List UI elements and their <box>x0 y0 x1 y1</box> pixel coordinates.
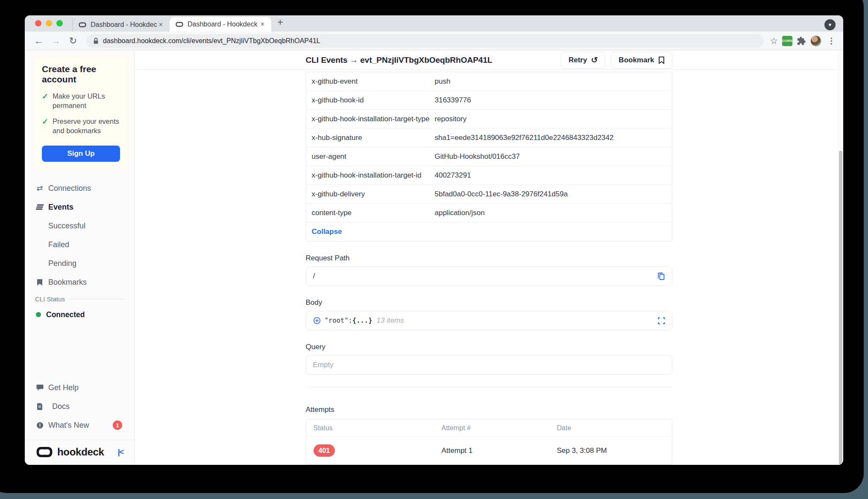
page-header: CLI Events → evt_PNzjIiVTbgXbOeqbRhOAP41… <box>135 51 843 70</box>
expand-node-icon[interactable] <box>313 317 321 324</box>
header-key: x-github-event <box>312 77 435 86</box>
check-icon: ✓ <box>42 117 48 136</box>
close-window-button[interactable] <box>35 20 41 26</box>
hookdeck-logo-icon <box>36 446 53 458</box>
header-key: x-github-hook-id <box>312 96 435 105</box>
tab-dashboard-1[interactable]: Dashboard - Hookdeck × <box>72 18 170 32</box>
hookdeck-favicon-icon <box>79 22 86 28</box>
body-box: "root" : {...} 13 items <box>306 311 672 330</box>
attempts-label: Attempts <box>306 406 672 414</box>
body-collapsed-braces[interactable]: {...} <box>352 317 372 324</box>
browser-toolbar: ← → ↻ dashboard.hookdeck.com/cli/events/… <box>25 32 843 50</box>
collapse-sidebar-icon[interactable]: |< <box>118 447 123 457</box>
retry-button[interactable]: Retry ↺ <box>561 52 605 69</box>
tab-dashboard-2[interactable]: Dashboard - Hookdeck × <box>170 17 271 32</box>
reload-icon[interactable]: ↻ <box>66 34 80 48</box>
column-status: Status <box>314 424 442 432</box>
header-actions: Retry ↺ Bookmark <box>561 52 672 69</box>
traffic-lights <box>25 20 72 32</box>
status-badge: 401 <box>314 444 335 457</box>
body-root-key[interactable]: "root" <box>325 317 349 324</box>
table-row: x-github-hook-installation-target-type r… <box>306 110 672 128</box>
tab-search-button[interactable]: ▼ <box>824 19 836 30</box>
minimize-window-button[interactable] <box>46 20 52 26</box>
header-value: sha1=eede314189063e92f76211d0e2246843323… <box>435 134 672 142</box>
page-title: CLI Events → evt_PNzjIiVTbgXbOeqbRhOAP41… <box>306 55 493 65</box>
sidebar-item-bookmarks[interactable]: Bookmarks <box>25 273 134 292</box>
forward-icon[interactable]: → <box>49 34 63 48</box>
app-root: Create a free account ✓ Make your URLs p… <box>25 51 843 465</box>
extensions-puzzle-icon[interactable] <box>797 36 806 46</box>
new-tab-button[interactable]: + <box>271 16 289 32</box>
hookdeck-logo-text: hookdeck <box>57 446 104 458</box>
table-row: user-agent GitHub-Hookshot/016cc37 <box>306 147 672 166</box>
toolbar-actions: ☆ CORS ⋮ <box>770 35 837 47</box>
connections-icon: ⇄ <box>35 184 44 193</box>
sidebar-item-label: Failed <box>48 240 69 249</box>
main-content: CLI Events → evt_PNzjIiVTbgXbOeqbRhOAP41… <box>135 51 843 465</box>
request-headers-table: x-github-event push x-github-hook-id 316… <box>306 72 672 242</box>
notification-badge: 1 <box>113 420 122 430</box>
divider <box>69 299 125 299</box>
attempt-row[interactable]: 401 Attempt 1 Sep 3, 3:08 PM <box>306 437 672 464</box>
sign-up-button[interactable]: Sign Up <box>42 146 120 162</box>
cors-extension-icon[interactable]: CORS <box>782 36 792 46</box>
browser-menu-icon[interactable]: ⋮ <box>826 36 837 46</box>
table-row: x-github-delivery 5bfad0a0-0cc0-11ec-9a3… <box>306 185 672 204</box>
address-bar[interactable]: dashboard.hookdeck.com/cli/events/evt_PN… <box>86 34 764 48</box>
sidebar-item-pending[interactable]: Pending <box>25 254 134 273</box>
query-box: Empty <box>306 355 672 375</box>
sidebar-item-failed[interactable]: Failed <box>25 235 134 254</box>
header-key: x-github-delivery <box>312 190 435 198</box>
events-icon <box>35 204 44 210</box>
scrollbar-thumb[interactable] <box>839 151 842 465</box>
retry-icon: ↺ <box>591 55 598 65</box>
hookdeck-favicon-icon <box>176 21 183 27</box>
document-icon <box>35 403 44 410</box>
sidebar-item-events[interactable]: Events <box>25 198 134 216</box>
sidebar-item-label: What's New <box>48 421 89 430</box>
header-value: repository <box>435 115 672 123</box>
check-icon: ✓ <box>42 91 48 111</box>
sidebar-footer: hookdeck |< <box>25 440 134 465</box>
signup-card: Create a free account ✓ Make your URLs p… <box>34 55 128 169</box>
benefit-text: Make your URLs permanent <box>53 91 120 111</box>
tab-close-icon[interactable]: × <box>157 20 164 29</box>
query-empty-placeholder: Empty <box>313 361 334 369</box>
bookmark-star-icon[interactable]: ☆ <box>770 36 778 46</box>
sidebar-item-whats-new[interactable]: What's New 1 <box>25 416 134 435</box>
fullscreen-expand-icon[interactable] <box>658 317 665 324</box>
bookmark-button[interactable]: Bookmark <box>611 52 672 69</box>
sidebar-item-connections[interactable]: ⇄ Connections <box>25 179 134 198</box>
sidebar-item-get-help[interactable]: Get Help <box>25 378 134 397</box>
zoom-window-button[interactable] <box>56 20 63 26</box>
header-value: application/json <box>435 209 672 217</box>
table-row: x-github-hook-installation-target-id 400… <box>306 166 672 185</box>
table-row: content-type application/json <box>306 204 672 222</box>
attempt-number: Attempt 1 <box>442 446 557 455</box>
browser-window: Dashboard - Hookdeck × Dashboard - Hookd… <box>25 15 843 465</box>
lock-icon <box>93 38 99 44</box>
sidebar-item-label: Pending <box>48 259 76 268</box>
copy-icon[interactable] <box>657 272 665 280</box>
retry-label: Retry <box>569 56 587 64</box>
connected-status-label: Connected <box>46 310 85 319</box>
page-scrollbar[interactable] <box>838 51 843 465</box>
back-icon[interactable]: ← <box>32 34 46 48</box>
bookmark-label: Bookmark <box>619 56 654 64</box>
chat-bubble-icon <box>35 384 44 391</box>
profile-avatar[interactable] <box>810 35 821 47</box>
header-value: 400273291 <box>435 171 672 180</box>
request-path-value: / <box>313 272 315 280</box>
event-detail: x-github-event push x-github-hook-id 316… <box>306 72 672 465</box>
sidebar-item-label: Events <box>48 203 73 212</box>
query-label: Query <box>306 343 672 351</box>
tab-close-icon[interactable]: × <box>259 20 266 29</box>
sidebar-item-successful[interactable]: Successful <box>25 216 134 235</box>
sidebar-spacer <box>25 323 134 378</box>
column-attempt: Attempt # <box>442 424 557 432</box>
tab-strip: Dashboard - Hookdeck × Dashboard - Hookd… <box>25 15 843 32</box>
sidebar-item-label: Docs <box>52 402 70 411</box>
collapse-link[interactable]: Collapse <box>312 228 342 236</box>
sidebar-item-docs[interactable]: Docs <box>25 397 134 416</box>
